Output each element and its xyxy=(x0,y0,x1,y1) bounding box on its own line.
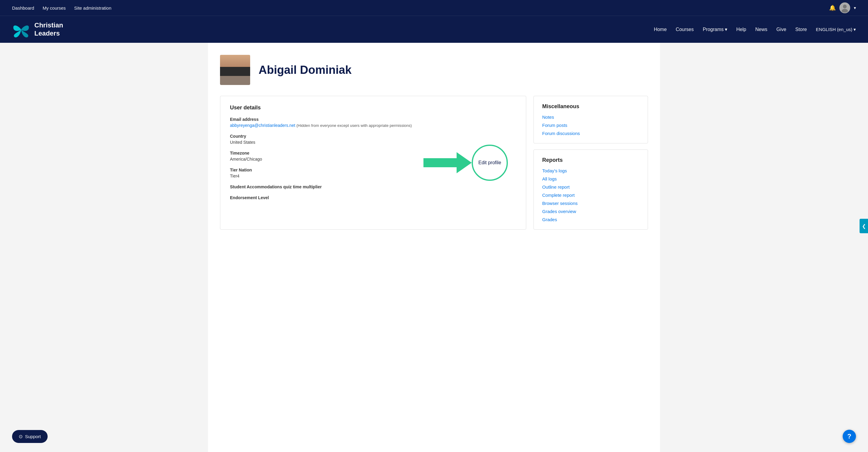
all-logs-link[interactable]: All logs xyxy=(542,176,639,182)
top-nav-right: 🔔 ▾ xyxy=(829,2,856,13)
profile-layout: User details Email address abbyreyenga@c… xyxy=(220,96,648,230)
grades-link[interactable]: Grades xyxy=(542,217,639,222)
email-label: Email address xyxy=(230,117,516,122)
forum-posts-link[interactable]: Forum posts xyxy=(542,123,639,128)
profile-name: Abigail Dominiak xyxy=(258,64,351,76)
accommodations-group: Student Accommodations quiz time multipl… xyxy=(230,185,516,189)
top-nav: Dashboard My courses Site administration… xyxy=(0,0,868,16)
profile-header: Abigail Dominiak xyxy=(220,55,648,85)
main-nav: Christian Leaders Home Courses Programs … xyxy=(0,16,868,43)
email-group: Email address abbyreyenga@christianleade… xyxy=(230,117,516,128)
store-link[interactable]: Store xyxy=(795,27,807,32)
svg-point-1 xyxy=(843,4,846,8)
browser-sessions-link[interactable]: Browser sessions xyxy=(542,201,639,206)
logo-text: Christian Leaders xyxy=(34,22,63,37)
dashboard-link[interactable]: Dashboard xyxy=(12,5,34,10)
miscellaneous-links: Notes Forum posts Forum discussions xyxy=(542,115,639,136)
logo-area: Christian Leaders xyxy=(12,21,63,39)
profile-avatar xyxy=(220,55,250,85)
miscellaneous-card: Miscellaneous Notes Forum posts Forum di… xyxy=(533,96,648,143)
reports-card: Reports Today's logs All logs Outline re… xyxy=(533,150,648,230)
email-link[interactable]: abbyreyenga@christianleaders.net xyxy=(230,123,296,128)
home-link[interactable]: Home xyxy=(654,27,667,32)
user-dropdown-arrow[interactable]: ▾ xyxy=(854,5,856,10)
user-avatar[interactable] xyxy=(839,2,850,13)
reports-title: Reports xyxy=(542,157,639,163)
support-label: Support xyxy=(25,434,41,439)
email-note: (Hidden from everyone except users with … xyxy=(296,123,412,128)
left-panel: User details Email address abbyreyenga@c… xyxy=(220,96,526,230)
miscellaneous-title: Miscellaneous xyxy=(542,103,639,110)
tier-value: Tier4 xyxy=(230,173,516,179)
courses-link[interactable]: Courses xyxy=(676,27,694,32)
reports-links: Today's logs All logs Outline report Com… xyxy=(542,168,639,222)
email-value: abbyreyenga@christianleaders.net (Hidden… xyxy=(230,123,516,128)
user-details-title: User details xyxy=(230,104,516,111)
help-float-button[interactable]: ? xyxy=(843,430,856,443)
endorsement-group: Endorsement Level xyxy=(230,195,516,200)
right-panel: Miscellaneous Notes Forum posts Forum di… xyxy=(533,96,648,230)
sidebar-toggle[interactable]: ❮ xyxy=(860,219,868,233)
notes-link[interactable]: Notes xyxy=(542,115,639,120)
programs-link[interactable]: Programs ▾ xyxy=(703,27,727,32)
my-courses-link[interactable]: My courses xyxy=(42,5,66,10)
lang-dropdown-icon: ▾ xyxy=(854,27,856,32)
svg-point-2 xyxy=(841,9,848,13)
todays-logs-link[interactable]: Today's logs xyxy=(542,168,639,173)
give-link[interactable]: Give xyxy=(776,27,786,32)
page-content: Abigail Dominiak User details Email addr… xyxy=(208,43,660,452)
endorsement-label: Endorsement Level xyxy=(230,195,516,200)
language-selector[interactable]: ENGLISH (en_us) ▾ xyxy=(816,27,856,32)
news-link[interactable]: News xyxy=(755,27,767,32)
main-nav-links: Home Courses Programs ▾ Help News Give S… xyxy=(654,27,856,32)
country-label: Country xyxy=(230,134,516,139)
forum-discussions-link[interactable]: Forum discussions xyxy=(542,131,639,136)
bell-icon[interactable]: 🔔 xyxy=(829,4,836,11)
edit-profile-button[interactable]: Edit profile xyxy=(472,144,508,181)
country-value: United States xyxy=(230,140,516,144)
logo-icon xyxy=(12,21,30,39)
outline-report-link[interactable]: Outline report xyxy=(542,185,639,190)
support-button[interactable]: ⊙ Support xyxy=(12,430,48,443)
grades-overview-link[interactable]: Grades overview xyxy=(542,209,639,214)
country-group: Country United States xyxy=(230,134,516,144)
accommodations-label: Student Accommodations quiz time multipl… xyxy=(230,185,516,189)
complete-report-link[interactable]: Complete report xyxy=(542,193,639,198)
help-link[interactable]: Help xyxy=(736,27,746,32)
top-nav-links: Dashboard My courses Site administration xyxy=(12,5,111,10)
programs-dropdown-icon: ▾ xyxy=(725,27,727,32)
site-admin-link[interactable]: Site administration xyxy=(74,5,111,10)
support-icon: ⊙ xyxy=(19,433,23,439)
